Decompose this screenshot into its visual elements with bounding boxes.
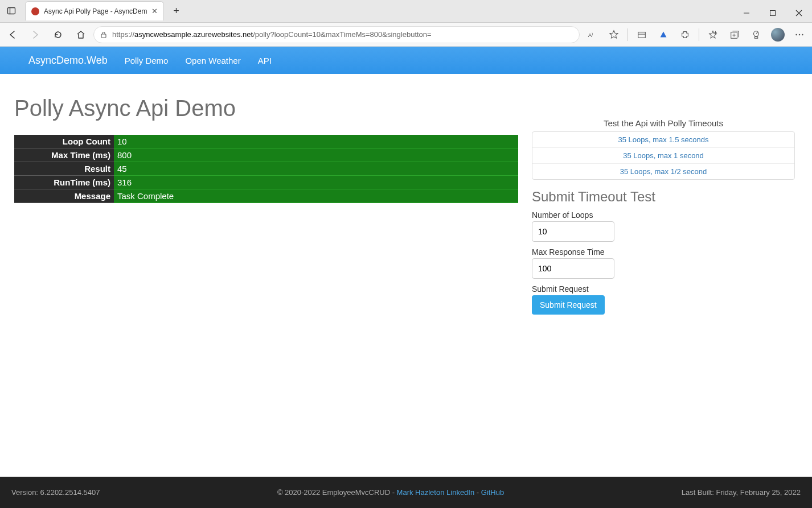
collections-icon[interactable] xyxy=(724,24,745,45)
svg-text:A⁾: A⁾ xyxy=(588,31,593,38)
browser-titlebar: Async Api Polly Page - AsyncDem ✕ + xyxy=(0,0,812,23)
home-button[interactable] xyxy=(71,24,91,45)
footer-built: Last Built: Friday, February 25, 2022 xyxy=(682,488,801,497)
window-maximize-button[interactable] xyxy=(760,4,786,22)
table-row: Loop Count10 xyxy=(14,135,518,148)
svg-line-16 xyxy=(756,32,758,34)
footer-version: Version: 6.2202.2514.5407 xyxy=(11,488,100,497)
svg-rect-6 xyxy=(101,34,106,38)
footer-center: © 2020-2022 EmployeeMvcCRUD - Mark Hazle… xyxy=(277,488,504,497)
brand-link[interactable]: AsyncDemo.Web xyxy=(28,55,108,67)
svg-rect-3 xyxy=(770,11,776,16)
nav-api[interactable]: API xyxy=(258,56,272,65)
site-navbar: AsyncDemo.Web Polly Demo Open Weather AP… xyxy=(0,47,812,74)
tab-actions-icon[interactable] xyxy=(0,0,23,22)
extensions-icon[interactable] xyxy=(675,24,695,45)
tab-title: Async Api Polly Page - AsyncDem xyxy=(44,7,147,15)
extension-triangle-icon[interactable] xyxy=(653,24,674,45)
window-close-button[interactable] xyxy=(786,4,812,22)
form-title: Submit Timeout Test xyxy=(532,189,795,205)
browser-toolbar: https://asyncwebsample.azurewebsites.net… xyxy=(0,23,812,47)
nav-open-weather[interactable]: Open Weather xyxy=(185,56,240,65)
svg-point-20 xyxy=(802,34,803,35)
performance-icon[interactable] xyxy=(746,24,766,45)
more-menu-icon[interactable] xyxy=(789,24,810,45)
lock-icon xyxy=(100,31,108,39)
profile-avatar[interactable] xyxy=(768,24,788,45)
maxtime-input[interactable] xyxy=(532,258,614,279)
preset-link[interactable]: 35 Loops, max 1/2 second xyxy=(532,164,794,179)
loops-label: Number of Loops xyxy=(532,210,795,220)
maxtime-label: Max Response Time xyxy=(532,247,795,257)
page-title: Polly Async Api Demo xyxy=(14,96,518,121)
svg-point-18 xyxy=(795,34,797,35)
browser-tab-active[interactable]: Async Api Polly Page - AsyncDem ✕ xyxy=(25,1,164,20)
tab-close-icon[interactable]: ✕ xyxy=(151,7,158,15)
address-bar[interactable]: https://asyncwebsample.azurewebsites.net… xyxy=(93,26,580,43)
nav-polly-demo[interactable]: Polly Demo xyxy=(125,56,169,65)
window-minimize-button[interactable] xyxy=(733,4,760,22)
favorites-bar-icon[interactable] xyxy=(703,24,723,45)
read-aloud-icon[interactable]: A⁾ xyxy=(582,24,602,45)
table-row: MessageTask Complete xyxy=(14,189,518,203)
svg-point-15 xyxy=(754,31,759,36)
submit-label: Submit Request xyxy=(532,284,795,294)
table-row: Result45 xyxy=(14,162,518,176)
preset-link[interactable]: 35 Loops, max 1.5 seconds xyxy=(532,132,794,148)
shopping-icon[interactable] xyxy=(631,24,652,45)
url-text: https://asyncwebsample.azurewebsites.net… xyxy=(112,30,432,39)
new-tab-button[interactable]: + xyxy=(167,2,184,19)
side-panel-title: Test the Api with Polly Timeouts xyxy=(532,118,795,128)
site-footer: Version: 6.2202.2514.5407 © 2020-2022 Em… xyxy=(0,477,812,508)
favicon-icon xyxy=(31,7,39,15)
loops-input[interactable] xyxy=(532,221,614,242)
table-row: RunTime (ms)316 xyxy=(14,176,518,189)
favorite-star-icon[interactable] xyxy=(604,24,624,45)
refresh-button[interactable] xyxy=(48,24,68,45)
preset-link[interactable]: 35 Loops, max 1 second xyxy=(532,148,794,164)
preset-link-list: 35 Loops, max 1.5 seconds 35 Loops, max … xyxy=(532,131,795,180)
footer-github-link[interactable]: GitHub xyxy=(481,488,504,497)
svg-rect-0 xyxy=(8,8,15,14)
forward-button xyxy=(25,24,46,45)
stats-table: Loop Count10 Max Time (ms)800 Result45 R… xyxy=(14,135,518,203)
footer-linkedin-link[interactable]: Mark Hazleton LinkedIn xyxy=(397,488,475,497)
submit-request-button[interactable]: Submit Request xyxy=(532,295,605,315)
table-row: Max Time (ms)800 xyxy=(14,148,518,162)
back-button[interactable] xyxy=(2,24,23,45)
svg-rect-8 xyxy=(638,32,646,38)
svg-point-19 xyxy=(799,34,801,35)
svg-rect-17 xyxy=(754,36,757,38)
